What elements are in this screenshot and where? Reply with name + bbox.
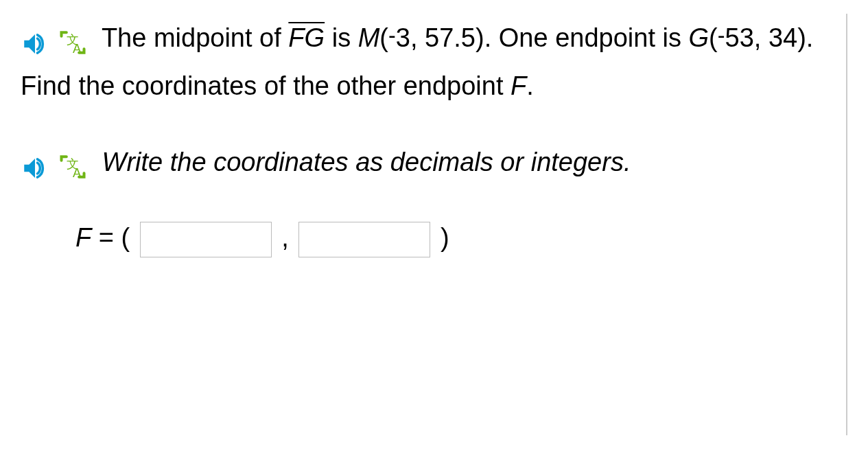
question-text-3: . One endpoint is — [484, 23, 689, 52]
audio-icon[interactable] — [21, 25, 49, 54]
midpoint-var: M — [358, 23, 380, 52]
question-paragraph: 文 A The midpoint of FG is M(-3, 57.5). O… — [21, 14, 832, 111]
answer-x-input[interactable] — [140, 222, 272, 257]
midpoint-x: 3 — [396, 23, 410, 52]
instruction-text: Write the coordinates as decimals or int… — [102, 148, 631, 176]
midpoint-open: ( — [379, 23, 388, 52]
endpoint-close: ) — [797, 23, 806, 52]
midpoint-close: ) — [476, 23, 484, 52]
endpoint-open: ( — [709, 23, 718, 52]
answer-comma: , — [281, 223, 289, 252]
answer-y-input[interactable] — [298, 222, 430, 257]
midpoint-sep: , — [410, 23, 425, 52]
audio-icon[interactable] — [21, 150, 49, 179]
question-text-1: The midpoint of — [102, 23, 288, 52]
svg-text:A: A — [73, 41, 82, 56]
endpoint-x-neg: - — [718, 23, 725, 48]
endpoint-x: 53 — [725, 23, 754, 52]
translate-icon[interactable]: 文 A — [58, 149, 88, 179]
find-var: F — [511, 71, 526, 100]
answer-close: ) — [441, 223, 449, 252]
instruction-paragraph: 文 A Write the coordinates as decimals or… — [21, 138, 832, 186]
midpoint-x-neg: - — [388, 23, 396, 48]
question-text-5: . — [526, 71, 534, 100]
endpoint-var: G — [689, 23, 709, 52]
answer-equals: = ( — [91, 223, 130, 252]
translate-icon[interactable]: 文 A — [58, 25, 88, 55]
endpoint-y: 34 — [769, 23, 797, 52]
midpoint-y: 57.5 — [425, 23, 476, 52]
answer-var: F — [75, 223, 91, 252]
endpoint-sep: , — [754, 23, 769, 52]
answer-row: F = ( , ) — [21, 214, 832, 262]
question-text-2: is — [325, 23, 358, 52]
svg-text:A: A — [73, 165, 82, 179]
segment-fg: FG — [288, 23, 325, 52]
